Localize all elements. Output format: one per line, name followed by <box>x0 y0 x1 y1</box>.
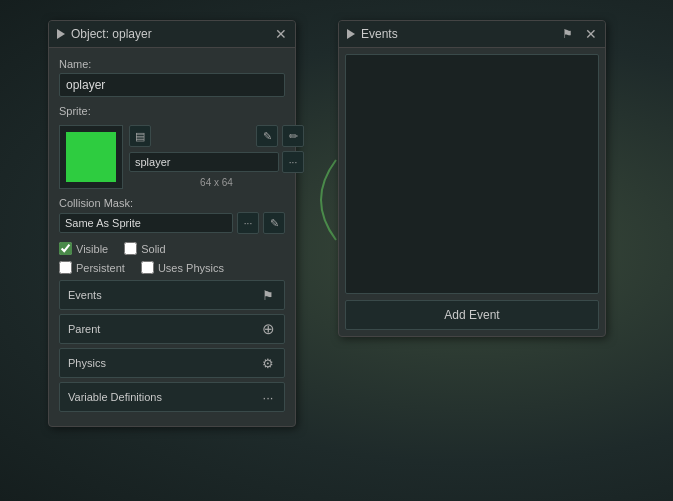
persistent-checkbox[interactable] <box>59 261 72 274</box>
physics-button[interactable]: Physics ⚙ <box>59 348 285 378</box>
add-event-button[interactable]: Add Event <box>345 300 599 330</box>
object-panel-title: Object: oplayer <box>71 27 269 41</box>
collision-input[interactable] <box>59 213 233 233</box>
events-panel-body: Add Event <box>339 48 605 336</box>
sprite-pencil-btn[interactable]: ✏ <box>282 125 304 147</box>
collision-dots-btn[interactable]: ··· <box>237 212 259 234</box>
checkboxes-row-2: Persistent Uses Physics <box>59 261 285 274</box>
visible-checkbox-item[interactable]: Visible <box>59 242 108 255</box>
sprite-dots-btn[interactable]: ··· <box>282 151 304 173</box>
events-panel-title: Events <box>361 27 553 41</box>
flag-icon: ⚑ <box>260 287 276 303</box>
visible-checkbox[interactable] <box>59 242 72 255</box>
pencil-icon: ✏ <box>289 130 298 143</box>
collision-row: ··· ✎ <box>59 212 285 234</box>
collision-dots-icon: ··· <box>244 218 252 229</box>
sprite-edit-btn[interactable]: ✎ <box>256 125 278 147</box>
collapse-triangle[interactable] <box>57 29 65 39</box>
uses-physics-label: Uses Physics <box>158 262 224 274</box>
object-panel-header: Object: oplayer ✕ <box>49 21 295 48</box>
folder-icon: ▤ <box>135 130 145 143</box>
events-list-area <box>345 54 599 294</box>
sprite-label: Sprite: <box>59 105 285 117</box>
events-panel-header: Events ⚑ ✕ <box>339 21 605 48</box>
sprite-controls: ▤ ✎ ✏ ··· <box>129 125 304 188</box>
events-flag-icon: ⚑ <box>559 26 575 42</box>
solid-checkbox[interactable] <box>124 242 137 255</box>
add-event-label: Add Event <box>444 308 499 322</box>
sprite-preview <box>59 125 123 189</box>
sprite-name-input[interactable] <box>129 152 279 172</box>
events-panel: Events ⚑ ✕ Add Event <box>338 20 606 337</box>
uses-physics-checkbox[interactable] <box>141 261 154 274</box>
events-panel-close[interactable]: ✕ <box>585 26 597 42</box>
collision-section: Collision Mask: ··· ✎ <box>59 197 285 234</box>
variable-definitions-label: Variable Definitions <box>68 391 162 403</box>
collision-edit-icon: ✎ <box>270 217 279 230</box>
solid-checkbox-item[interactable]: Solid <box>124 242 165 255</box>
sprite-folder-btn[interactable]: ▤ <box>129 125 151 147</box>
object-panel: Object: oplayer ✕ Name: Sprite: ▤ ✎ <box>48 20 296 427</box>
visible-label: Visible <box>76 243 108 255</box>
physics-button-label: Physics <box>68 357 106 369</box>
edit-icon: ✎ <box>263 130 272 143</box>
sprite-name-row: ··· <box>129 151 304 173</box>
solid-label: Solid <box>141 243 165 255</box>
uses-physics-checkbox-item[interactable]: Uses Physics <box>141 261 224 274</box>
parent-button[interactable]: Parent ⊕ <box>59 314 285 344</box>
events-button-label: Events <box>68 289 102 301</box>
collision-label: Collision Mask: <box>59 197 285 209</box>
persistent-label: Persistent <box>76 262 125 274</box>
dots-icon: ··· <box>289 157 297 168</box>
object-panel-close[interactable]: ✕ <box>275 26 287 42</box>
object-panel-body: Name: Sprite: ▤ ✎ <box>49 48 295 426</box>
sprite-top-icons: ▤ ✎ ✏ <box>129 125 304 147</box>
checkboxes-row-1: Visible Solid <box>59 242 285 255</box>
persistent-checkbox-item[interactable]: Persistent <box>59 261 125 274</box>
collision-edit-btn[interactable]: ✎ <box>263 212 285 234</box>
name-input[interactable] <box>59 73 285 97</box>
gear-icon: ⚙ <box>260 355 276 371</box>
vardef-dots-icon: ··· <box>260 389 276 405</box>
events-collapse-triangle[interactable] <box>347 29 355 39</box>
sprite-size: 64 x 64 <box>129 177 304 188</box>
sprite-thumbnail <box>66 132 116 182</box>
name-label: Name: <box>59 58 285 70</box>
sprite-row: ▤ ✎ ✏ ··· <box>59 125 285 189</box>
parent-button-label: Parent <box>68 323 100 335</box>
variable-definitions-button[interactable]: Variable Definitions ··· <box>59 382 285 412</box>
circles-icon: ⊕ <box>260 321 276 337</box>
events-button[interactable]: Events ⚑ <box>59 280 285 310</box>
